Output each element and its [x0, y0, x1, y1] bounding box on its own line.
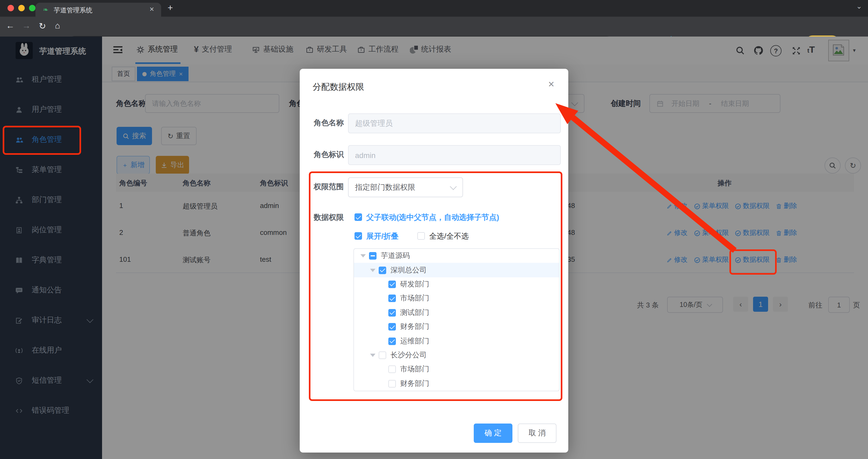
home-button[interactable]: ⌂ [52, 21, 63, 31]
new-tab-button[interactable]: + [167, 3, 173, 13]
tree-checkbox-unchecked[interactable] [389, 366, 396, 373]
role-key-disabled-input: admin [348, 145, 561, 165]
assign-data-permission-dialog: 分配数据权限 ✕ 角色名称 超级管理员 角色标识 admin 权限范围 指定部门… [300, 69, 568, 453]
window-minimize-button[interactable] [18, 5, 25, 11]
forward-button[interactable]: → [21, 21, 32, 31]
tab-search-caret-icon[interactable]: ⌄ [856, 2, 862, 10]
reload-button[interactable]: ↻ [36, 21, 48, 31]
role-key-label: 角色标识 [314, 150, 344, 160]
linkage-label[interactable]: 父子联动(选中父节点，自动选择子节点) [366, 213, 499, 223]
tree-node-dept[interactable]: 运维部门 [354, 334, 560, 348]
confirm-button[interactable]: 确 定 [474, 424, 513, 443]
tree-checkbox-checked[interactable] [389, 323, 396, 331]
expand-collapse-checkbox[interactable] [354, 232, 362, 240]
tree-checkbox-checked[interactable] [389, 309, 396, 317]
tree-node-dept[interactable]: 财务部门 [354, 376, 560, 391]
tree-checkbox-indeterminate[interactable] [369, 252, 376, 260]
tree-checkbox-unchecked[interactable] [389, 380, 396, 387]
tree-node-dept[interactable]: 财务部门 [354, 320, 560, 334]
tree-node-dept[interactable]: 市场部门 [354, 362, 560, 376]
tree-node-company[interactable]: 长沙分公司 [354, 348, 560, 362]
back-button[interactable]: ← [4, 21, 16, 31]
tree-node-dept[interactable]: 研发部门 [354, 277, 560, 292]
tree-node-company[interactable]: 深圳总公司 [354, 263, 560, 277]
browser-tab[interactable]: ❧ 芋道管理系统 ✕ [35, 3, 161, 17]
screen: ❧ 芋道管理系统 ✕ + ⌄ ← → ↻ ⌂ ⚠ 不安全 | dashboard… [0, 0, 868, 459]
scope-select[interactable]: 指定部门数据权限 [348, 177, 463, 197]
browser-tab-strip: ❧ 芋道管理系统 ✕ + ⌄ [0, 0, 868, 17]
tree-checkbox-checked[interactable] [389, 337, 396, 345]
check-all-label[interactable]: 全选/全不选 [429, 232, 469, 241]
tree-node-root[interactable]: 芋道源码 [354, 249, 560, 263]
window-close-button[interactable] [7, 5, 14, 11]
tree-checkbox-checked[interactable] [389, 281, 396, 288]
role-name-disabled-input: 超级管理员 [348, 113, 561, 133]
tree-checkbox-checked[interactable] [379, 266, 386, 274]
dept-tree: 芋道源码 深圳总公司 研发部门 市场部门 测试部门 财务部门 运维部门 长沙分公… [353, 248, 560, 391]
tree-checkbox-checked[interactable] [389, 295, 396, 302]
window-zoom-button[interactable] [29, 5, 35, 11]
caret-down-icon[interactable] [361, 254, 366, 257]
browser-toolbar: ← → ↻ ⌂ ⚠ 不安全 | dashboard.yudao.iocoder.… [0, 17, 868, 36]
data-perm-label: 数据权限 [314, 213, 344, 223]
dialog-close-icon[interactable]: ✕ [548, 80, 555, 89]
tab-title: 芋道管理系统 [54, 6, 140, 15]
tree-node-dept[interactable]: 测试部门 [354, 306, 560, 320]
tree-checkbox-unchecked[interactable] [379, 351, 386, 359]
linkage-checkbox[interactable] [354, 213, 362, 221]
caret-down-icon[interactable] [370, 354, 375, 357]
role-name-label: 角色名称 [314, 118, 344, 128]
favicon-plant-icon: ❧ [43, 6, 48, 13]
caret-down-icon[interactable] [370, 268, 375, 272]
dialog-title: 分配数据权限 [313, 82, 364, 93]
expand-collapse-label[interactable]: 展开/折叠 [366, 232, 399, 241]
cancel-button[interactable]: 取 消 [518, 424, 556, 443]
check-all-checkbox[interactable] [417, 232, 425, 240]
tab-close-icon[interactable]: ✕ [149, 6, 154, 13]
scope-label: 权限范围 [314, 182, 344, 192]
tree-node-dept[interactable]: 市场部门 [354, 291, 560, 306]
chevron-down-icon [450, 183, 457, 190]
